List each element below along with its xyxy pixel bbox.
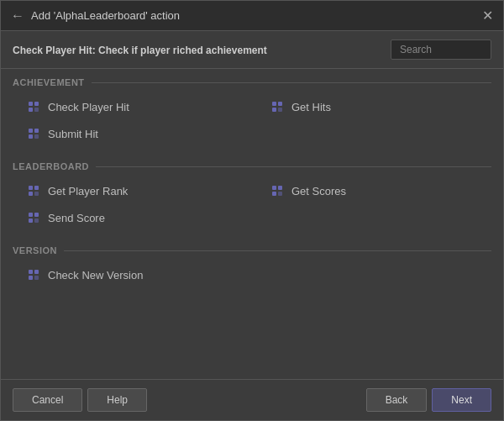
submit-hit-label: Submit Hit bbox=[48, 128, 98, 140]
svg-rect-22 bbox=[29, 218, 33, 223]
action-item-get-scores[interactable]: Get Scores bbox=[265, 180, 491, 202]
svg-rect-4 bbox=[272, 102, 276, 106]
svg-rect-27 bbox=[34, 276, 39, 280]
svg-rect-24 bbox=[29, 270, 33, 274]
achievement-section: ACHIEVEMENT Check Player Hit bbox=[13, 77, 491, 145]
svg-rect-11 bbox=[34, 134, 39, 139]
subtitle-label: Check Player Hit bbox=[13, 45, 92, 56]
svg-rect-1 bbox=[34, 102, 39, 106]
next-button[interactable]: Next bbox=[432, 388, 491, 412]
version-items: Check New Version bbox=[13, 264, 491, 286]
action-item-submit-hit[interactable]: Submit Hit bbox=[21, 123, 248, 145]
svg-rect-23 bbox=[34, 218, 39, 223]
achievement-items: Check Player Hit Get Hits bbox=[13, 96, 491, 145]
svg-rect-15 bbox=[34, 192, 39, 196]
leaderboard-divider bbox=[96, 166, 491, 167]
version-label: VERSION bbox=[13, 245, 64, 255]
svg-rect-2 bbox=[29, 108, 33, 112]
achievement-label: ACHIEVEMENT bbox=[13, 77, 92, 87]
content-area: ACHIEVEMENT Check Player Hit bbox=[1, 69, 503, 379]
leaderboard-label: LEADERBOARD bbox=[13, 161, 96, 171]
svg-rect-10 bbox=[29, 134, 33, 139]
dialog-title: Add 'AlphaLeaderboard' action bbox=[31, 9, 180, 22]
get-player-rank-label: Get Player Rank bbox=[48, 185, 128, 197]
check-player-hit-icon bbox=[26, 99, 41, 114]
svg-rect-13 bbox=[34, 186, 39, 190]
action-item-check-new-version[interactable]: Check New Version bbox=[21, 264, 248, 286]
send-score-icon bbox=[26, 210, 41, 225]
footer-left: Cancel Help bbox=[13, 388, 147, 412]
svg-rect-19 bbox=[278, 192, 282, 196]
version-header: VERSION bbox=[13, 245, 491, 255]
svg-rect-12 bbox=[29, 186, 33, 190]
dialog: ← Add 'AlphaLeaderboard' action ✕ Check … bbox=[0, 0, 504, 421]
action-item-send-score[interactable]: Send Score bbox=[21, 207, 248, 229]
svg-rect-0 bbox=[29, 102, 33, 106]
back-arrow-icon[interactable]: ← bbox=[11, 8, 24, 24]
leaderboard-header: LEADERBOARD bbox=[13, 161, 491, 171]
achievement-divider bbox=[92, 82, 491, 83]
check-player-hit-label: Check Player Hit bbox=[48, 101, 129, 113]
check-new-version-label: Check New Version bbox=[48, 269, 143, 282]
svg-rect-26 bbox=[29, 276, 33, 280]
svg-rect-21 bbox=[34, 213, 39, 217]
get-hits-label: Get Hits bbox=[291, 101, 331, 113]
close-icon[interactable]: ✕ bbox=[482, 9, 493, 23]
action-item-get-hits[interactable]: Get Hits bbox=[265, 96, 491, 118]
svg-rect-14 bbox=[29, 192, 33, 196]
svg-rect-3 bbox=[34, 108, 39, 112]
svg-rect-18 bbox=[272, 192, 276, 196]
get-hits-icon bbox=[270, 99, 285, 114]
leaderboard-section: LEADERBOARD Get Player Rank bbox=[13, 161, 491, 229]
svg-rect-20 bbox=[29, 213, 33, 217]
action-item-get-player-rank[interactable]: Get Player Rank bbox=[21, 180, 248, 202]
action-item-check-player-hit[interactable]: Check Player Hit bbox=[21, 96, 248, 118]
title-bar: ← Add 'AlphaLeaderboard' action ✕ bbox=[1, 1, 503, 31]
svg-rect-25 bbox=[34, 270, 39, 274]
footer-right: Back Next bbox=[366, 388, 491, 412]
version-divider bbox=[64, 250, 491, 251]
help-button[interactable]: Help bbox=[87, 388, 147, 412]
subtitle-desc: : Check if player riched achievement bbox=[92, 45, 267, 56]
svg-rect-9 bbox=[34, 129, 39, 133]
svg-rect-5 bbox=[278, 102, 282, 106]
back-button[interactable]: Back bbox=[366, 388, 428, 412]
subtitle-text: Check Player Hit: Check if player riched… bbox=[13, 44, 267, 56]
footer: Cancel Help Back Next bbox=[1, 379, 503, 420]
check-new-version-icon bbox=[26, 267, 41, 282]
submit-hit-icon bbox=[26, 126, 41, 141]
leaderboard-items: Get Player Rank Get Scores bbox=[13, 180, 491, 229]
cancel-button[interactable]: Cancel bbox=[13, 388, 82, 412]
svg-rect-16 bbox=[272, 186, 276, 190]
svg-rect-17 bbox=[278, 186, 282, 190]
subtitle-bar: Check Player Hit: Check if player riched… bbox=[1, 31, 503, 69]
achievement-header: ACHIEVEMENT bbox=[13, 77, 491, 87]
get-player-rank-icon bbox=[26, 183, 41, 198]
send-score-label: Send Score bbox=[48, 212, 105, 224]
svg-rect-6 bbox=[272, 108, 276, 112]
search-input[interactable] bbox=[391, 39, 491, 60]
get-scores-icon bbox=[270, 183, 285, 198]
get-scores-label: Get Scores bbox=[291, 185, 346, 197]
svg-rect-8 bbox=[29, 129, 33, 133]
svg-rect-7 bbox=[278, 108, 282, 112]
version-section: VERSION Check New Version bbox=[13, 245, 491, 286]
title-bar-left: ← Add 'AlphaLeaderboard' action bbox=[11, 8, 180, 24]
